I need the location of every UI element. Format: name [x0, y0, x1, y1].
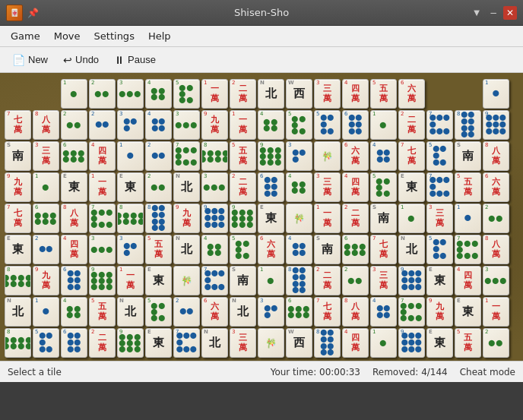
tile[interactable]: 5⬤⬤⬤⬤⬤	[173, 79, 200, 109]
tile[interactable]: 6六萬	[201, 297, 228, 327]
tile[interactable]: 5⬤⬤⬤⬤⬤	[314, 110, 341, 140]
tile[interactable]: 🎋	[258, 328, 284, 358]
tile[interactable]: 6六萬	[258, 235, 284, 264]
tile[interactable]: 4四萬	[342, 328, 369, 358]
dropdown-btn[interactable]: ▼	[470, 6, 483, 20]
tile[interactable]: S南	[314, 235, 341, 264]
tile[interactable]: 6六萬	[398, 79, 425, 109]
tile[interactable]: S南	[455, 141, 481, 171]
minimize-btn[interactable]: −	[487, 6, 500, 20]
tile[interactable]: 8八萬	[342, 297, 369, 327]
tile[interactable]: 3三萬	[370, 266, 397, 295]
tile[interactable]: 3⬤⬤⬤	[258, 297, 284, 327]
tile[interactable]: 4四萬	[342, 79, 369, 109]
undo-button[interactable]: ↩ Undo	[57, 52, 105, 68]
tile[interactable]: 8⬤⬤⬤⬤⬤⬤⬤⬤	[117, 204, 144, 233]
tile[interactable]: 2⬤⬤	[145, 172, 172, 202]
tile[interactable]: 6⬤⬤⬤⬤⬤⬤	[61, 141, 87, 171]
tile[interactable]: S南	[5, 141, 31, 171]
tile[interactable]: 1⬤	[117, 141, 144, 171]
tile[interactable]: 3三萬	[33, 141, 59, 171]
tile[interactable]: 4⬤⬤⬤⬤	[258, 110, 284, 140]
tile[interactable]: N北	[173, 235, 200, 264]
tile[interactable]: 3⬤⬤⬤	[89, 235, 116, 264]
tile[interactable]: N北	[173, 172, 200, 202]
tile[interactable]: 2⬤⬤	[342, 266, 369, 295]
tile[interactable]: 1⬤	[370, 110, 397, 140]
tile[interactable]: E東	[258, 204, 284, 233]
tile[interactable]: 9⬤⬤⬤⬤⬤⬤⬤⬤⬤	[89, 266, 116, 295]
tile[interactable]: 3⬤⬤⬤	[483, 266, 509, 295]
tile[interactable]: 6⬤⬤⬤⬤⬤⬤	[33, 204, 59, 233]
tile[interactable]: 4⬤⬤⬤⬤	[286, 172, 312, 202]
tile[interactable]: N北	[201, 328, 228, 358]
tile[interactable]: 3三萬	[314, 172, 341, 202]
tile[interactable]: 4四萬	[342, 172, 369, 202]
tile[interactable]: E東	[398, 172, 425, 202]
tile[interactable]: 9⬤⬤⬤⬤⬤⬤⬤⬤⬤	[398, 266, 425, 295]
tile[interactable]: 1一萬	[201, 79, 228, 109]
tile[interactable]: 4四萬	[455, 266, 481, 295]
tile[interactable]: 7七萬	[5, 110, 31, 140]
new-button[interactable]: 📄 New	[6, 52, 54, 68]
tile[interactable]: 4四萬	[61, 235, 87, 264]
tile[interactable]: 1⬤	[33, 297, 59, 327]
pause-button[interactable]: ⏸ Pause	[108, 52, 162, 68]
tile[interactable]: 1⬤	[455, 204, 481, 233]
tile[interactable]: E東	[145, 266, 172, 295]
tile[interactable]: 7⬤⬤⬤⬤⬤⬤⬤	[89, 204, 116, 233]
tile[interactable]: 5⬤⬤⬤⬤⬤	[370, 172, 397, 202]
tile[interactable]: 6⬤⬤⬤⬤⬤⬤	[342, 235, 369, 264]
tile[interactable]: 5五萬	[455, 172, 481, 202]
tile[interactable]: 8⬤⬤⬤⬤⬤⬤⬤⬤	[145, 204, 172, 233]
tile[interactable]: 4四萬	[89, 141, 116, 171]
tile[interactable]: 9九萬	[426, 297, 453, 327]
tile[interactable]: 9九萬	[5, 172, 31, 202]
tile[interactable]: 2二萬	[89, 328, 116, 358]
tile[interactable]: 2⬤⬤	[89, 79, 116, 109]
tile[interactable]: 1⬤	[258, 266, 284, 295]
tile[interactable]: 3三萬	[230, 328, 256, 358]
tile[interactable]: 2二萬	[342, 204, 369, 233]
tile[interactable]: 8⬤⬤⬤⬤⬤⬤⬤⬤	[5, 266, 31, 295]
tile[interactable]: 1一萬	[117, 266, 144, 295]
tile[interactable]: 9⬤⬤⬤⬤⬤⬤⬤⬤⬤	[117, 328, 144, 358]
tile[interactable]: E東	[61, 172, 87, 202]
tile[interactable]: 5⬤⬤⬤⬤⬤	[145, 297, 172, 327]
tile[interactable]: 9九萬	[201, 110, 228, 140]
tile[interactable]: W西	[286, 328, 312, 358]
tile[interactable]: 3三萬	[426, 204, 453, 233]
tile[interactable]: 5五萬	[145, 235, 172, 264]
tile[interactable]: 7⬤⬤⬤⬤⬤⬤⬤	[173, 328, 200, 358]
tile[interactable]: 1⬤	[483, 79, 509, 109]
tile[interactable]: 5五萬	[230, 141, 256, 171]
tile[interactable]: 3三萬	[314, 79, 341, 109]
tile[interactable]: 7⬤⬤⬤⬤⬤⬤⬤	[426, 172, 453, 202]
tile[interactable]: E東	[455, 297, 481, 327]
tile[interactable]: 2⬤⬤	[483, 204, 509, 233]
tile[interactable]: E東	[145, 328, 172, 358]
tile[interactable]: 8八萬	[483, 141, 509, 171]
tile[interactable]: 8⬤⬤⬤⬤⬤⬤⬤⬤	[286, 266, 312, 295]
tile[interactable]: 7⬤⬤⬤⬤⬤⬤⬤	[426, 110, 453, 140]
tile[interactable]: E東	[5, 235, 31, 264]
tile[interactable]: 2二萬	[230, 172, 256, 202]
tile[interactable]: 5⬤⬤⬤⬤⬤	[33, 328, 59, 358]
tile[interactable]: 8⬤⬤⬤⬤⬤⬤⬤⬤	[455, 110, 481, 140]
tile[interactable]: 4⬤⬤⬤⬤	[370, 297, 397, 327]
tile[interactable]: 7⬤⬤⬤⬤⬤⬤⬤	[173, 141, 200, 171]
menu-help[interactable]: Help	[142, 28, 177, 44]
tile[interactable]: S南	[370, 204, 397, 233]
tile[interactable]: 1一萬	[89, 172, 116, 202]
tile[interactable]: 7⬤⬤⬤⬤⬤⬤⬤	[398, 297, 425, 327]
tile[interactable]: 9九萬	[33, 266, 59, 295]
tile[interactable]: 2二萬	[230, 79, 256, 109]
tile[interactable]: 3⬤⬤⬤	[117, 110, 144, 140]
pin-icon[interactable]: 📌	[27, 8, 39, 18]
tile[interactable]: W西	[286, 79, 312, 109]
tile[interactable]: 3⬤⬤⬤	[173, 110, 200, 140]
tile[interactable]: N北	[117, 297, 144, 327]
tile[interactable]: 8八萬	[483, 235, 509, 264]
tile[interactable]: 6六萬	[342, 141, 369, 171]
tile[interactable]: 1⬤	[33, 172, 59, 202]
